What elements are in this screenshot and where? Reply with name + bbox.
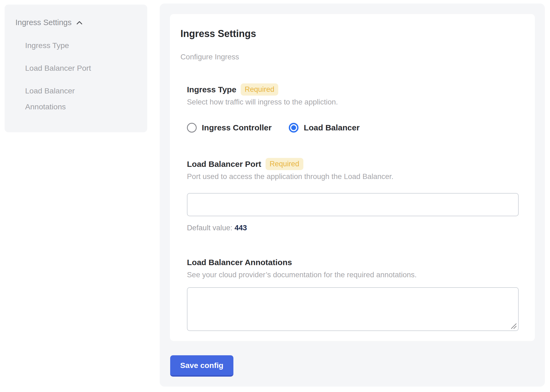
load-balancer-port-label: Load Balancer Port	[187, 158, 261, 170]
page-title: Ingress Settings	[180, 28, 519, 40]
radio-label: Ingress Controller	[202, 123, 271, 132]
field-load-balancer-port: Load Balancer Port Required Port used to…	[187, 158, 519, 232]
ingress-type-label: Ingress Type	[187, 84, 236, 96]
save-config-button[interactable]: Save config	[170, 355, 233, 377]
radio-icon[interactable]	[289, 123, 299, 133]
radio-label: Load Balancer	[304, 123, 360, 132]
ingress-type-radio-group: Ingress Controller Load Balancer	[187, 123, 519, 133]
default-value-line: Default value:443	[187, 224, 519, 232]
sidebar-item-load-balancer-annotations[interactable]: Load Balancer Annotations	[25, 83, 106, 115]
sidebar-section-ingress-settings[interactable]: Ingress Settings	[15, 17, 136, 28]
load-balancer-annotations-textarea[interactable]	[187, 287, 519, 331]
field-load-balancer-annotations: Load Balancer Annotations See your cloud…	[187, 256, 519, 331]
ingress-settings-card: Ingress Settings Configure Ingress Ingre…	[170, 14, 535, 341]
load-balancer-annotations-label: Load Balancer Annotations	[187, 256, 292, 268]
sidebar-item-load-balancer-port[interactable]: Load Balancer Port	[25, 60, 106, 76]
load-balancer-port-description: Port used to access the application thro…	[187, 171, 519, 182]
load-balancer-annotations-description: See your cloud provider’s documentation …	[187, 269, 519, 280]
page-subtitle: Configure Ingress	[180, 52, 519, 62]
sidebar-items: Ingress Type Load Balancer Port Load Bal…	[25, 38, 136, 115]
required-badge: Required	[266, 158, 303, 170]
load-balancer-port-input[interactable]	[187, 193, 519, 216]
resize-handle-icon[interactable]	[511, 323, 517, 329]
ingress-type-description: Select how traffic will ingress to the a…	[187, 97, 519, 107]
chevron-up-icon	[75, 19, 83, 27]
default-value: 443	[234, 224, 247, 232]
radio-option-ingress-controller[interactable]: Ingress Controller	[187, 123, 271, 133]
radio-option-load-balancer[interactable]: Load Balancer	[289, 123, 360, 133]
sidebar-section-title: Ingress Settings	[15, 17, 72, 28]
form-sections: Ingress Type Required Select how traffic…	[187, 83, 519, 331]
default-value-label: Default value:	[187, 224, 232, 232]
sidebar-item-ingress-type[interactable]: Ingress Type	[25, 38, 106, 53]
settings-nav-sidebar: Ingress Settings Ingress Type Load Balan…	[5, 5, 147, 132]
ingress-settings-panel: Ingress Settings Configure Ingress Ingre…	[160, 4, 545, 387]
radio-icon[interactable]	[187, 123, 197, 133]
required-badge: Required	[241, 83, 279, 96]
field-ingress-type: Ingress Type Required Select how traffic…	[187, 83, 519, 133]
